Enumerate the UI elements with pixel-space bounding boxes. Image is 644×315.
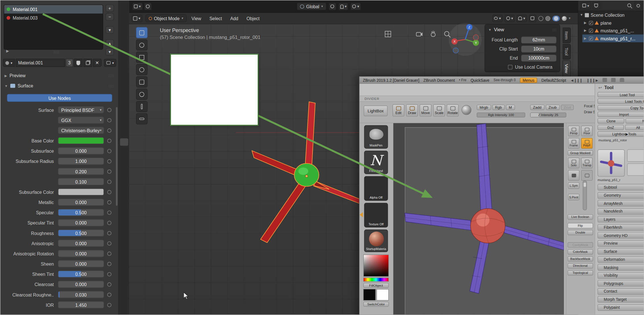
mask-option-button[interactable]: Topological (568, 270, 593, 276)
material-browser-button[interactable]: ▾ (3, 59, 15, 67)
animate-property-decorator[interactable] (107, 231, 111, 235)
animate-property-decorator[interactable] (107, 128, 111, 132)
property-control[interactable]: 0.000 ▾ (58, 199, 104, 206)
properties-tab[interactable] (120, 50, 128, 57)
zbrush-titlebar[interactable]: ZBrush 2019.1.2 [Daniel Grauer] ZBrush D… (360, 77, 644, 84)
scrub-right-icon[interactable]: ❙❙❙► (586, 78, 598, 82)
shelf-tool-button[interactable]: Scale (433, 104, 445, 116)
panel-grip-icon[interactable]: :::: (552, 28, 556, 32)
rotate-tool[interactable] (136, 64, 148, 75)
palette-dock-icon[interactable]: ↩ (598, 85, 602, 90)
open-icon[interactable] (603, 78, 607, 82)
node-editor-button[interactable]: ▾ (104, 59, 116, 67)
load-tool-button[interactable]: Load Tool (598, 92, 644, 97)
property-control[interactable]: 1.450 ▾ (58, 301, 104, 308)
properties-tab[interactable] (120, 138, 128, 146)
property-control[interactable]: 0.000 ▾ (58, 260, 104, 267)
color-picker-square[interactable] (363, 255, 389, 277)
animate-property-decorator[interactable] (107, 210, 111, 214)
zbrush-window[interactable]: ZBrush 2019.1.2 [Daniel Grauer] ZBrush D… (359, 76, 644, 315)
sculpt-mode-button[interactable]: Zadd (530, 105, 544, 110)
animate-property-decorator[interactable] (107, 251, 111, 255)
property-control[interactable]: Christensen-Burley ▾ (58, 127, 104, 134)
floor-button[interactable]: Floor (581, 126, 593, 136)
animate-property-decorator[interactable] (107, 138, 111, 142)
animate-property-decorator[interactable] (107, 149, 111, 153)
properties-tab[interactable] (120, 16, 128, 24)
property-control[interactable]: 0.500 ▾ (58, 209, 104, 216)
view-row-field[interactable]: 62mm (521, 36, 556, 43)
alpha-selector[interactable]: Alpha Off (364, 176, 388, 201)
sculpt-mode-button[interactable]: Zcut (561, 105, 574, 110)
polyframe-button[interactable]: PolyF (581, 138, 593, 149)
slider-knob[interactable] (583, 183, 586, 187)
local-symmetry-button[interactable]: L.Sym (568, 182, 580, 189)
fake-user-button[interactable] (74, 59, 82, 67)
frame-button[interactable]: Frame (568, 138, 580, 149)
stroke-selector[interactable]: N FreeHand (364, 151, 388, 174)
paint-mode-button[interactable]: M (506, 105, 515, 110)
move-tool[interactable] (136, 52, 148, 63)
quicksave-button[interactable]: QuickSave (470, 78, 489, 82)
solo-button[interactable]: Solo (568, 158, 580, 169)
tool-palette-section[interactable]: Surface (598, 248, 644, 255)
tool-palette-section[interactable]: Geometry (598, 192, 644, 198)
cursor-tool[interactable] (136, 39, 148, 51)
animate-property-decorator[interactable] (107, 190, 111, 194)
property-control[interactable]: 0.500 ▾ (58, 230, 104, 237)
goz-all-button[interactable]: All (625, 125, 644, 130)
tool-palette-section[interactable]: Polypaint (598, 304, 644, 310)
property-control[interactable]: 0.000 ▾ (58, 281, 104, 288)
collection-checkbox[interactable]: ✓ (589, 29, 593, 33)
zbrush-rotor-blades[interactable] (405, 123, 564, 293)
properties-tab[interactable] (120, 105, 128, 112)
load-tools-from-button[interactable]: Load Tools From (598, 98, 644, 104)
select-box-tool[interactable] (136, 27, 148, 38)
focal-shift-slider[interactable]: Focal S (584, 104, 596, 108)
see-through-slider[interactable]: See-through 0 (493, 78, 516, 82)
property-control[interactable]: GGX ▾ (58, 117, 104, 124)
material-sphere-icon[interactable] (462, 105, 472, 115)
tool-palette-section[interactable]: ArrayMesh (598, 200, 644, 207)
clone-button[interactable]: Clone (598, 118, 625, 124)
property-control[interactable]: 0.200 ▾ (58, 168, 104, 175)
material-name-field[interactable]: Material.001 (16, 59, 65, 67)
animate-property-decorator[interactable] (107, 303, 111, 307)
lightbox-button[interactable]: LightBox (364, 106, 387, 116)
animate-property-decorator[interactable] (107, 118, 111, 122)
use-nodes-button[interactable]: Use Nodes (7, 94, 112, 102)
shelf-tool-button[interactable]: Move (420, 104, 432, 116)
collapse-icon[interactable]: ▼ (488, 28, 491, 32)
property-control[interactable]: ▾ (58, 188, 104, 196)
slot-specials-button[interactable]: ▾ (106, 26, 114, 34)
import-button[interactable]: Import (598, 112, 644, 117)
lock-icon[interactable] (620, 78, 624, 82)
xpose-button[interactable] (568, 170, 580, 181)
default-zscript-button[interactable]: DefaultZScript (541, 78, 566, 82)
scale-tool[interactable] (136, 76, 148, 87)
collection-checkbox[interactable]: ✓ (589, 36, 593, 40)
animate-property-decorator[interactable] (107, 169, 111, 173)
scale-slider[interactable] (583, 181, 587, 210)
color-spectrum-bar[interactable] (363, 278, 389, 282)
annotate-tool[interactable] (136, 101, 148, 112)
recent-tool-thumb[interactable] (627, 150, 644, 162)
animate-property-decorator[interactable] (107, 180, 111, 184)
disclosure-icon[interactable]: ▼ (580, 13, 583, 17)
property-control[interactable]: 1.000 ▾ (58, 158, 104, 165)
use-local-camera-checkbox[interactable] (508, 65, 512, 69)
tool-palette-section[interactable]: Morph Target (598, 296, 644, 303)
copy-material-button[interactable] (83, 59, 92, 67)
zbrush-canvas[interactable] (393, 123, 564, 315)
sidebar-tab[interactable]: Item (563, 28, 571, 43)
shelf-tool-button[interactable]: Rotate (447, 104, 459, 116)
property-control[interactable]: 0.000 ▾ (58, 240, 104, 247)
outliner-editor-type-button[interactable]: ▾ (581, 2, 591, 9)
outliner-options-button[interactable] (635, 2, 642, 9)
disclosure-icon[interactable]: ▶ (584, 29, 587, 32)
resize-grip[interactable]: :::: (54, 50, 60, 54)
measure-tool[interactable] (136, 113, 148, 124)
material-selector[interactable]: StartupMateria (364, 230, 388, 252)
main-color-swatch[interactable] (363, 289, 376, 301)
properties-tab[interactable] (120, 39, 128, 46)
